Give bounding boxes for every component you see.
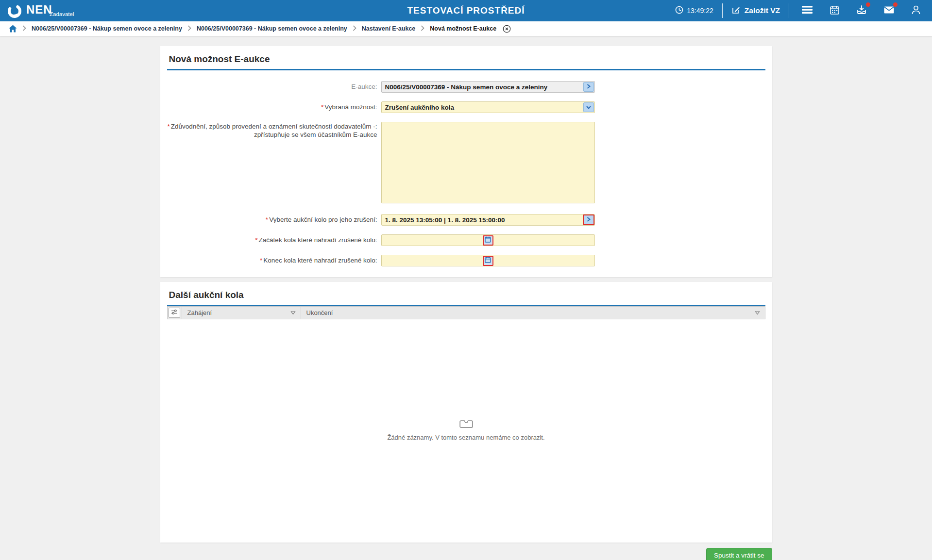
chevron-down-icon [586, 103, 592, 112]
empty-message: Žádné záznamy. V tomto seznamu nemáme co… [387, 434, 544, 441]
download-notification-badge [866, 2, 870, 7]
aukcni-kolo-value: 1. 8. 2025 13:05:00 | 1. 8. 2025 15:00:0… [382, 216, 583, 224]
footer-actions: Spustit a vrátit se [160, 548, 772, 560]
required-marker: * [266, 216, 268, 223]
auction-rounds-table: Zahájení Ukončení Žádné záznamy. V tomto… [167, 306, 765, 542]
konec-datepicker-button[interactable] [483, 256, 493, 266]
nen-logo-icon [7, 3, 22, 21]
table-header-row: Zahájení Ukončení [167, 306, 765, 319]
session-clock: 13:49:22 [675, 6, 713, 16]
required-marker: * [260, 257, 262, 264]
calendar-icon [485, 236, 491, 245]
section-rule [167, 69, 765, 70]
user-icon [912, 5, 920, 16]
eaukce-field: N006/25/V00007369 - Nákup semen ovoce a … [381, 81, 595, 93]
zduvodneni-label: *Zdůvodnění, způsob provedení a oznámení… [167, 122, 377, 139]
calendar-button[interactable] [828, 4, 841, 17]
messages-button[interactable] [882, 4, 895, 17]
downloads-button[interactable] [855, 4, 868, 17]
breadcrumb-item[interactable]: Nastavení E-aukce [362, 25, 415, 32]
calendar-icon [485, 256, 491, 265]
eaukce-value: N006/25/V00007369 - Nákup semen ovoce a … [382, 83, 583, 91]
konec-datetime-field[interactable] [381, 255, 595, 266]
aukcni-kolo-label: *Vyberte aukční kolo pro jeho zrušení: [167, 214, 377, 226]
eaukce-open-button[interactable] [583, 82, 594, 92]
sliders-icon [171, 309, 178, 316]
breadcrumb-item[interactable]: N006/25/V00007369 - Nákup semen ovoce a … [197, 25, 347, 32]
clock-icon [675, 6, 683, 16]
zalozit-vz-button[interactable]: Založit VZ [731, 5, 780, 16]
chevron-right-icon [22, 24, 26, 33]
clock-time: 13:49:22 [687, 7, 713, 15]
divider [789, 3, 789, 18]
filter-icon[interactable] [754, 310, 761, 316]
breadcrumb-item-current[interactable]: Nová možnost E-aukce [430, 25, 496, 32]
column-header-ukonceni[interactable]: Ukončení [301, 307, 765, 319]
submit-button[interactable]: Spustit a vrátit se [706, 548, 772, 560]
vybrana-moznost-value: Zrušení aukčního kola [382, 104, 583, 111]
empty-tray-icon [459, 420, 473, 430]
breadcrumb: N006/25/V00007369 - Nákup semen ovoce a … [0, 21, 932, 36]
menu-button[interactable] [801, 4, 813, 17]
column-header-zahajeni[interactable]: Zahájení [182, 307, 301, 319]
edit-icon [731, 5, 741, 16]
breadcrumb-item[interactable]: N006/25/V00007369 - Nákup semen ovoce a … [32, 25, 182, 32]
zacatek-datepicker-button[interactable] [483, 235, 493, 246]
filter-icon[interactable] [289, 310, 297, 316]
chevron-right-icon [187, 24, 191, 33]
table-empty-state: Žádné záznamy. V tomto seznamu nemáme co… [167, 319, 765, 542]
divider [722, 3, 723, 18]
eaukce-label: E-aukce: [167, 81, 377, 93]
auction-rounds-panel: Další aukční kola Zahájení [160, 282, 772, 543]
mail-icon [884, 6, 894, 16]
zacatek-label: *Začátek kola které nahradí zrušené kolo… [167, 234, 377, 246]
topbar: NEN Zadavatel TESTOVACÍ PROSTŘEDÍ 13:49:… [0, 0, 932, 21]
form-panel: Nová možnost E-aukce E-aukce: N006/25/V0… [160, 46, 772, 277]
calendar-icon [830, 5, 839, 16]
menu-icon [802, 6, 813, 16]
user-button[interactable] [910, 4, 922, 17]
chevron-right-icon [586, 215, 591, 224]
zacatek-datetime-field[interactable] [381, 234, 595, 246]
home-icon[interactable] [9, 25, 17, 33]
konec-label: *Konec kola které nahradí zrušené kolo: [167, 255, 377, 266]
required-marker: * [321, 103, 323, 111]
download-icon [857, 5, 866, 16]
vybrana-moznost-label: *Vybraná možnost: [167, 101, 377, 113]
zduvodneni-textarea[interactable] [381, 122, 595, 203]
vybrana-moznost-dropdown-button[interactable] [583, 102, 594, 112]
aukcni-kolo-field: 1. 8. 2025 13:05:00 | 1. 8. 2025 15:00:0… [381, 214, 595, 226]
zalozit-vz-label: Založit VZ [745, 6, 780, 15]
table-section-title: Další aukční kola [167, 288, 765, 305]
chevron-right-icon [421, 24, 424, 33]
aukcni-kolo-open-button[interactable] [583, 214, 594, 225]
brand-role: Zadavatel [50, 11, 74, 17]
vybrana-moznost-select[interactable]: Zrušení aukčního kola [381, 101, 595, 113]
required-marker: * [167, 123, 169, 130]
chevron-right-icon [586, 82, 591, 91]
table-settings-button[interactable] [169, 308, 180, 318]
chevron-right-icon [353, 24, 356, 33]
brand[interactable]: NEN [7, 1, 52, 21]
close-icon[interactable] [503, 25, 511, 33]
brand-name: NEN [26, 4, 52, 16]
mail-notification-badge [893, 2, 898, 7]
required-marker: * [255, 236, 257, 244]
page-title: Nová možnost E-aukce [167, 52, 765, 69]
